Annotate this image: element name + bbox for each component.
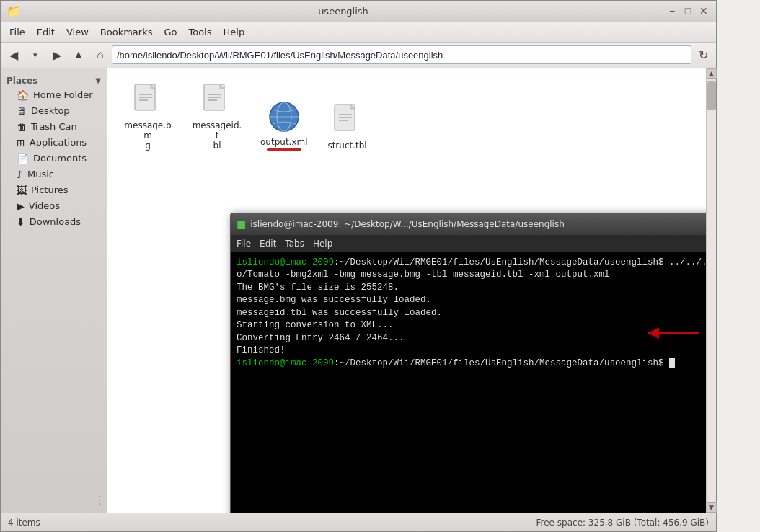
file-icon-output-xml <box>267 99 301 134</box>
scroll-track: ▲ ▼ <box>706 68 716 513</box>
sidebar-item-music[interactable]: ♪ Music <box>4 167 104 182</box>
file-item-messageid-tbl[interactable]: messageid.tbl <box>188 80 246 154</box>
statusbar: 4 items Free space: 325,8 GiB (Total: 45… <box>1 513 716 531</box>
status-items: 4 items <box>8 518 40 528</box>
documents-icon: 📄 <box>17 153 29 164</box>
sidebar-label-desktop: Desktop <box>31 105 70 116</box>
menubar: File Edit View Bookmarks Go Tools Help <box>1 22 716 43</box>
terminal-body[interactable]: isliendo@imac-2009:~/Desktop/Wii/RMGE01/… <box>231 252 706 513</box>
sidebar-item-trash[interactable]: 🗑 Trash Can <box>4 119 104 135</box>
file-name-output-xml: output.xml <box>260 137 308 147</box>
file-name-message-bmg: message.bmg <box>122 120 174 151</box>
red-arrow <box>645 324 702 342</box>
downloads-icon: ⬇ <box>17 216 25 228</box>
file-name-struct-tbl: struct.tbl <box>327 141 366 151</box>
term-line-5: Starting conversion to XML... <box>237 319 706 332</box>
terminal-icon: ■ <box>237 218 246 230</box>
sidebar-section-places: Places ▼ <box>1 74 107 87</box>
term-line-7: Finished! <box>237 345 706 358</box>
sidebar-item-home-folder[interactable]: 🏠 Home Folder <box>4 87 104 103</box>
sidebar: Places ▼ 🏠 Home Folder 🖥 Desktop 🗑 Trash… <box>1 68 107 513</box>
terminal-title-left: ■ isliendo@imac-2009: ~/Desktop/W.../UsE… <box>237 218 565 230</box>
applications-icon: ⊞ <box>17 137 25 148</box>
file-item-message-bmg[interactable]: message.bmg <box>119 80 177 154</box>
file-area: message.bmg messageid.tbl <box>107 68 706 513</box>
address-input[interactable] <box>112 45 691 64</box>
terminal-titlebar: ■ isliendo@imac-2009: ~/Desktop/W.../UsE… <box>231 213 706 235</box>
home-button[interactable]: ⌂ <box>90 45 110 65</box>
toolbar: ◀ ▾ ▶ ▲ ⌂ ↻ <box>1 43 716 68</box>
down-button[interactable]: ▾ <box>25 45 45 65</box>
term-menu-file[interactable]: File <box>237 239 251 249</box>
sidebar-label-documents: Documents <box>33 153 87 164</box>
terminal-title: isliendo@imac-2009: ~/Desktop/W.../UsEng… <box>250 219 565 229</box>
music-icon: ♪ <box>17 169 23 180</box>
up-button[interactable]: ▲ <box>69 45 89 65</box>
sidebar-label-videos: Videos <box>29 200 60 211</box>
file-item-struct-tbl[interactable]: struct.tbl <box>322 100 373 154</box>
sidebar-label-home: Home Folder <box>33 89 93 100</box>
term-line-4: messageid.tbl was successfully loaded. <box>237 307 706 320</box>
sidebar-label-trash: Trash Can <box>31 121 77 132</box>
window-icon: 📁 <box>6 4 21 18</box>
desktop-icon: 🖥 <box>17 105 27 117</box>
terminal-menubar: File Edit Tabs Help <box>231 235 706 252</box>
home-icon: 🏠 <box>17 89 29 101</box>
scroll-thumb[interactable] <box>707 81 716 110</box>
main-area: Places ▼ 🏠 Home Folder 🖥 Desktop 🗑 Trash… <box>1 68 716 513</box>
file-name-messageid-tbl: messageid.tbl <box>191 120 243 151</box>
file-icons-row: message.bmg messageid.tbl <box>119 80 694 154</box>
menu-go[interactable]: Go <box>158 25 182 40</box>
scroll-up-button[interactable]: ▲ <box>707 68 717 79</box>
menu-bookmarks[interactable]: Bookmarks <box>94 25 159 40</box>
menu-help[interactable]: Help <box>218 25 251 40</box>
window-controls: − □ ✕ <box>666 4 710 17</box>
sidebar-item-pictures[interactable]: 🖼 Pictures <box>4 182 104 198</box>
menu-view[interactable]: View <box>61 25 94 40</box>
scroll-down-button[interactable]: ▼ <box>707 502 717 513</box>
titlebar: 📁 useenglish − □ ✕ <box>1 1 716 22</box>
file-icon-messageid-tbl <box>200 83 234 118</box>
term-line-2: The BMG's file size is 255248. <box>237 282 706 295</box>
file-item-output-xml[interactable]: output.xml <box>257 97 311 154</box>
forward-button[interactable]: ▶ <box>47 45 67 65</box>
term-line-8: isliendo@imac-2009:~/Desktop/Wii/RMGE01/… <box>237 358 706 371</box>
sidebar-item-desktop[interactable]: 🖥 Desktop <box>4 103 104 119</box>
maximize-button[interactable]: □ <box>681 4 694 17</box>
menu-edit[interactable]: Edit <box>31 25 61 40</box>
sidebar-label-applications: Applications <box>30 137 87 148</box>
term-line-3: message.bmg was successfully loaded. <box>237 294 706 307</box>
svg-marker-20 <box>648 327 659 339</box>
sidebar-label-music: Music <box>27 169 54 179</box>
file-icon-struct-tbl <box>330 103 365 138</box>
term-menu-tabs[interactable]: Tabs <box>285 239 304 249</box>
sidebar-item-videos[interactable]: ▶ Videos <box>4 198 104 214</box>
sidebar-arrow: ▼ <box>95 76 101 84</box>
menu-file[interactable]: File <box>4 25 31 40</box>
trash-icon: 🗑 <box>17 121 27 133</box>
videos-icon: ▶ <box>17 200 25 212</box>
pictures-icon: 🖼 <box>17 185 27 196</box>
back-button[interactable]: ◀ <box>4 45 24 65</box>
sidebar-item-downloads[interactable]: ⬇ Downloads <box>4 214 104 230</box>
sidebar-label-pictures: Pictures <box>31 185 68 195</box>
menu-tools[interactable]: Tools <box>182 25 217 40</box>
sidebar-item-applications[interactable]: ⊞ Applications <box>4 135 104 151</box>
term-menu-help[interactable]: Help <box>313 239 332 249</box>
status-free-space: Free space: 325,8 GiB (Total: 456,9 GiB) <box>536 518 709 528</box>
minimize-button[interactable]: − <box>666 4 679 17</box>
term-line-6: Converting Entry 2464 / 2464... <box>237 332 706 345</box>
file-underline-output-xml <box>267 148 301 151</box>
sidebar-resize-handle[interactable]: ⋮ <box>94 493 105 507</box>
app-window: 📁 useenglish − □ ✕ File Edit View Bookma… <box>0 0 717 532</box>
term-line-1: isliendo@imac-2009:~/Desktop/Wii/RMGE01/… <box>237 257 706 282</box>
reload-button[interactable]: ↻ <box>693 45 713 65</box>
term-menu-edit[interactable]: Edit <box>260 239 276 249</box>
sidebar-item-documents[interactable]: 📄 Documents <box>4 151 104 167</box>
window-title: useenglish <box>21 6 666 17</box>
close-button[interactable]: ✕ <box>697 4 710 17</box>
terminal-window: ■ isliendo@imac-2009: ~/Desktop/W.../UsE… <box>230 213 706 513</box>
file-icon-message-bmg <box>131 83 165 118</box>
sidebar-label-downloads: Downloads <box>30 216 81 227</box>
